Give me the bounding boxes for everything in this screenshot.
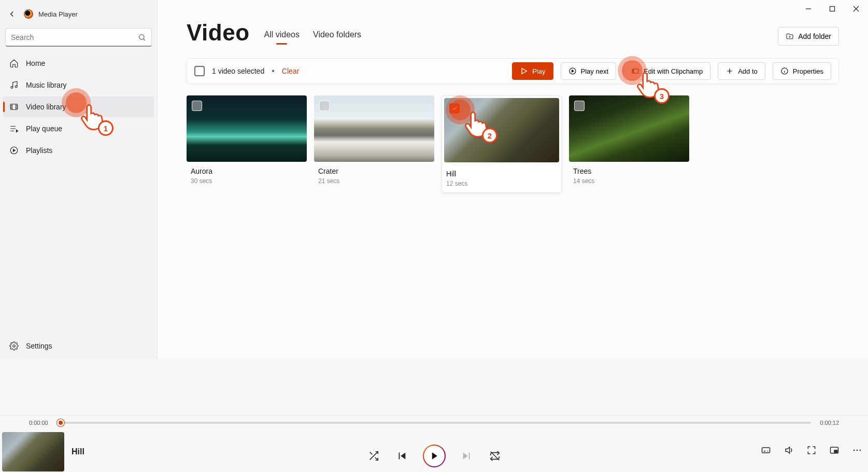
separator-dot: •	[272, 66, 275, 76]
seek-row: 0:00:00 0:00:12	[29, 420, 839, 426]
svg-point-15	[860, 450, 861, 451]
home-icon	[9, 59, 19, 68]
search-icon	[138, 33, 146, 41]
sidebar-item-video[interactable]: Video library	[3, 96, 154, 117]
volume-button[interactable]	[783, 445, 794, 456]
video-checkbox[interactable]	[574, 101, 585, 111]
sidebar-item-queue[interactable]: Play queue	[3, 118, 154, 139]
video-duration: 21 secs	[314, 175, 434, 185]
svg-point-0	[139, 34, 144, 39]
add-folder-label: Add folder	[798, 32, 831, 40]
sidebar-item-label: Home	[26, 59, 45, 67]
player-right-controls	[760, 445, 863, 456]
playlists-icon	[9, 146, 19, 155]
add-folder-button[interactable]: Add folder	[778, 27, 839, 46]
next-button[interactable]	[460, 449, 474, 463]
captions-button[interactable]	[760, 445, 772, 456]
video-duration: 12 secs	[442, 178, 561, 187]
music-icon	[9, 80, 19, 90]
now-playing-thumb	[2, 432, 64, 471]
video-title: Aurora	[187, 162, 307, 175]
video-duration: 30 secs	[187, 175, 307, 185]
plus-icon	[725, 67, 734, 75]
svg-rect-8	[632, 69, 638, 73]
selection-toolbar: 1 video selected • Clear Play Play next …	[187, 58, 839, 84]
svg-rect-6	[830, 7, 835, 11]
video-checkbox[interactable]	[449, 103, 460, 114]
sidebar-nav: Home Music library Video library Play qu…	[3, 53, 154, 161]
previous-button[interactable]	[395, 449, 408, 463]
properties-label: Properties	[793, 67, 823, 75]
sidebar-item-settings[interactable]: Settings	[3, 336, 154, 356]
shuffle-button[interactable]	[367, 449, 380, 463]
playback-controls	[367, 445, 502, 467]
video-thumbnail	[187, 95, 307, 162]
play-button[interactable]: Play	[512, 62, 553, 80]
main-area: Video All videos Video folders Add folde…	[158, 0, 868, 359]
maximize-button[interactable]	[820, 0, 844, 18]
select-all-checkbox[interactable]	[194, 66, 205, 76]
player-bar: 0:00:00 0:00:12 Hill	[0, 415, 868, 472]
video-grid: Aurora 30 secs Crater 21 secs Hill 12 se…	[158, 84, 868, 204]
minimize-button[interactable]	[796, 0, 820, 18]
play-next-button[interactable]: Play next	[561, 62, 616, 80]
clipchamp-icon	[631, 67, 639, 75]
sidebar-item-playlists[interactable]: Playlists	[3, 140, 154, 161]
edit-clipchamp-button[interactable]: Edit with Clipchamp	[623, 62, 710, 80]
sidebar-item-music[interactable]: Music library	[3, 75, 154, 95]
add-folder-icon	[786, 32, 794, 40]
sidebar-item-home[interactable]: Home	[3, 53, 154, 74]
video-card[interactable]: Trees 14 secs	[569, 95, 689, 193]
svg-point-2	[15, 86, 17, 88]
svg-point-13	[853, 450, 855, 451]
gear-icon	[9, 341, 19, 351]
app-logo-icon	[24, 9, 33, 19]
add-to-label: Add to	[738, 67, 758, 75]
play-next-icon	[568, 67, 577, 75]
seek-slider[interactable]	[57, 422, 811, 424]
video-title: Crater	[314, 162, 434, 175]
svg-point-14	[857, 450, 858, 451]
search-input[interactable]	[11, 33, 134, 41]
sidebar-item-label: Play queue	[26, 124, 62, 133]
info-icon	[780, 67, 789, 75]
more-button[interactable]	[851, 445, 863, 456]
fullscreen-button[interactable]	[806, 445, 817, 456]
video-duration: 14 secs	[569, 175, 689, 185]
sidebar-item-label: Video library	[26, 103, 66, 111]
play-pause-button[interactable]	[423, 445, 446, 467]
svg-point-1	[11, 87, 13, 89]
repeat-button[interactable]	[488, 449, 502, 463]
video-thumbnail	[444, 98, 559, 162]
video-checkbox[interactable]	[192, 101, 202, 111]
sidebar: Media Player Home Music library Video li…	[0, 0, 158, 359]
svg-rect-12	[834, 450, 837, 452]
now-playing[interactable]: Hill	[0, 431, 166, 472]
search-box[interactable]	[5, 28, 152, 47]
tab-all-videos[interactable]: All videos	[264, 30, 300, 43]
properties-button[interactable]: Properties	[773, 62, 831, 80]
video-thumbnail	[314, 95, 434, 162]
video-checkbox[interactable]	[319, 101, 330, 111]
clear-selection-link[interactable]: Clear	[282, 67, 299, 75]
tab-video-folders[interactable]: Video folders	[313, 30, 361, 43]
video-title: Hill	[442, 164, 561, 178]
now-playing-title: Hill	[72, 447, 84, 456]
view-tabs: All videos Video folders	[264, 30, 362, 46]
time-current: 0:00:00	[29, 420, 51, 426]
svg-rect-3	[10, 104, 18, 110]
edit-clipchamp-label: Edit with Clipchamp	[644, 67, 703, 75]
close-button[interactable]	[844, 0, 868, 18]
video-card[interactable]: Hill 12 secs	[442, 95, 562, 193]
video-title: Trees	[569, 162, 689, 175]
seek-knob[interactable]	[57, 419, 64, 426]
miniplayer-button[interactable]	[829, 445, 840, 456]
svg-point-5	[13, 345, 16, 348]
video-card[interactable]: Aurora 30 secs	[187, 95, 307, 193]
video-icon	[9, 102, 19, 112]
back-button[interactable]	[5, 7, 19, 21]
svg-rect-10	[762, 448, 770, 453]
window-controls	[796, 0, 868, 22]
video-card[interactable]: Crater 21 secs	[314, 95, 434, 193]
add-to-button[interactable]: Add to	[718, 62, 765, 80]
